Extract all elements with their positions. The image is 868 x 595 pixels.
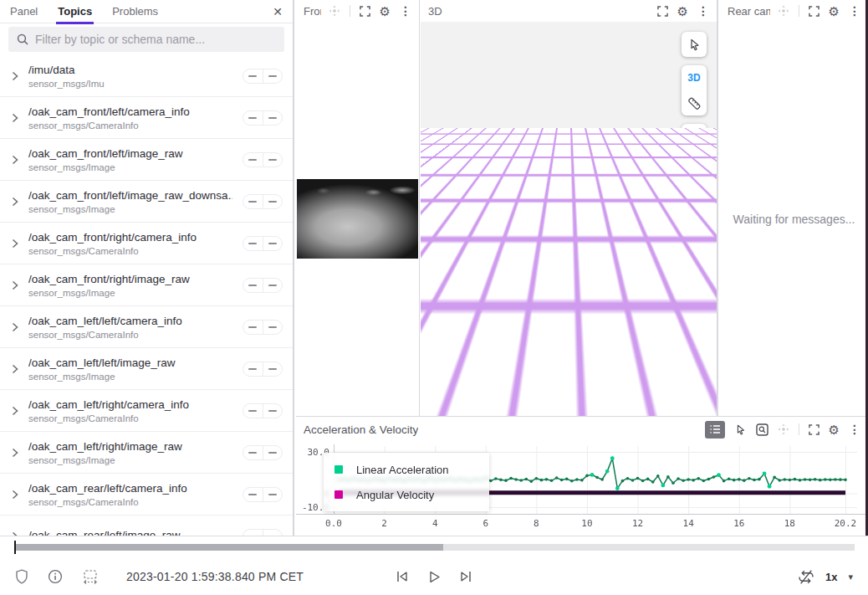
topic-toggle-button[interactable]	[243, 111, 263, 125]
topic-row[interactable]: /oak_cam_left/right/image_rawsensor_msgs…	[0, 432, 293, 474]
measure-tool-button[interactable]	[682, 90, 707, 115]
seek-forward-button[interactable]	[459, 570, 474, 583]
topic-row[interactable]: /imu/datasensor_msgs/Imu	[0, 55, 293, 97]
x-tick-label: 6	[469, 518, 503, 529]
fullscreen-icon[interactable]	[809, 6, 819, 17]
topic-toggle-button[interactable]	[263, 279, 283, 292]
topic-toggle-button[interactable]	[263, 488, 283, 501]
topic-toggle-button[interactable]	[263, 111, 283, 125]
topic-row[interactable]: /oak_cam_front/right/camera_infosensor_m…	[0, 223, 293, 264]
more-menu-icon[interactable]: ⋮	[697, 5, 709, 17]
app-window: Panel Topics Problems ✕ /imu/datasensor_…	[0, 0, 868, 595]
playback-range-icon[interactable]	[82, 570, 99, 584]
legend-toggle-button[interactable]	[705, 421, 725, 439]
topic-toggle-button[interactable]	[243, 195, 263, 208]
shield-icon[interactable]	[15, 569, 28, 584]
more-menu-icon[interactable]: ⋮	[849, 5, 860, 17]
seek-backward-button[interactable]	[395, 570, 410, 583]
loop-off-icon[interactable]	[798, 569, 814, 585]
topic-toggle-button[interactable]	[263, 530, 283, 536]
topic-filter-input[interactable]	[35, 33, 276, 46]
topic-toggle-button[interactable]	[263, 153, 283, 167]
topic-toggle-button[interactable]	[243, 362, 263, 376]
playback-timestamp[interactable]: 2023-01-20 1:59:38.840 PM CET	[126, 570, 304, 583]
topic-toggle-button[interactable]	[263, 237, 283, 250]
topic-toggle-button[interactable]	[243, 237, 263, 250]
topic-visibility-toggles	[243, 152, 283, 167]
settings-gear-icon[interactable]: ⚙	[829, 5, 840, 18]
topic-name: /imu/data	[28, 64, 232, 76]
more-menu-icon[interactable]: ⋮	[400, 5, 411, 17]
topic-row[interactable]: /oak_cam_front/left/image_rawsensor_msgs…	[0, 139, 293, 181]
info-icon[interactable]	[48, 569, 63, 584]
settings-gear-icon[interactable]: ⚙	[677, 5, 688, 18]
panel-title: Acceleration & Velocity	[304, 423, 418, 436]
tab-panel[interactable]: Panel	[10, 5, 38, 18]
chevron-right-icon[interactable]	[12, 322, 18, 332]
topic-toggle-button[interactable]	[243, 530, 263, 536]
playback-speed-button[interactable]: 1x	[825, 571, 837, 583]
chevron-right-icon[interactable]	[12, 197, 18, 207]
camera-orbit-button[interactable]	[682, 124, 707, 149]
front-camera-header[interactable]: Fron... ⚙ ⋮	[296, 0, 419, 22]
topic-row[interactable]: /oak_cam_front/left/image_raw_downsa...s…	[0, 181, 293, 223]
playhead-marker[interactable]	[14, 541, 16, 554]
topic-toggle-button[interactable]	[243, 446, 263, 459]
settings-gear-icon[interactable]: ⚙	[829, 423, 840, 436]
chevron-right-icon[interactable]	[12, 155, 18, 165]
legend-item[interactable]: Angular Velocity	[334, 485, 489, 504]
topic-toggle-button[interactable]	[243, 69, 263, 83]
topic-toggle-button[interactable]	[243, 321, 263, 334]
reset-zoom-icon[interactable]	[756, 423, 768, 436]
topic-toggle-button[interactable]	[243, 279, 263, 292]
x-tick-label: 10	[570, 518, 604, 529]
three-d-header[interactable]: 3D ⚙ ⋮	[421, 0, 717, 22]
tab-topics[interactable]: Topics	[58, 5, 92, 18]
three-d-viewport[interactable]: HILTI 3D	[421, 22, 717, 416]
chevron-right-icon[interactable]	[12, 364, 18, 374]
topic-row[interactable]: /oak_cam_front/right/image_rawsensor_msg…	[0, 264, 293, 306]
fullscreen-icon[interactable]	[809, 424, 819, 435]
chevron-right-icon[interactable]	[12, 406, 18, 416]
topic-toggle-button[interactable]	[263, 404, 283, 418]
plot-header[interactable]: Acceleration & Velocity ⚙ ⋮	[296, 417, 868, 442]
play-button[interactable]	[427, 570, 442, 584]
topic-toggle-button[interactable]	[263, 362, 283, 376]
tab-problems[interactable]: Problems	[112, 5, 158, 18]
chevron-right-icon[interactable]	[12, 448, 18, 458]
close-icon[interactable]: ✕	[273, 5, 283, 18]
more-menu-icon[interactable]: ⋮	[849, 423, 860, 435]
select-tool-button[interactable]	[682, 32, 707, 57]
rear-camera-header[interactable]: Rear cam... ⚙ ⋮	[720, 0, 868, 22]
topic-toggle-button[interactable]	[243, 404, 263, 418]
topic-row[interactable]: /oak_cam_left/left/image_rawsensor_msgs/…	[0, 348, 293, 390]
mode-3d-button[interactable]: 3D	[682, 65, 707, 90]
chevron-right-icon[interactable]	[12, 71, 18, 81]
topic-toggle-button[interactable]	[263, 446, 283, 459]
topic-toggle-button[interactable]	[263, 321, 283, 334]
legend-item[interactable]: Linear Acceleration	[334, 460, 489, 479]
topic-row[interactable]: /oak_cam_left/right/camera_infosensor_ms…	[0, 390, 293, 432]
topic-toggle-button[interactable]	[243, 488, 263, 501]
robot-model: HILTI	[453, 240, 537, 357]
plot-legend[interactable]: Linear Acceleration Angular Velocity	[324, 453, 489, 511]
topic-row[interactable]: /oak_cam_front/left/camera_infosensor_ms…	[0, 97, 293, 139]
topic-toggle-button[interactable]	[263, 69, 283, 83]
pointer-tool-icon[interactable]	[734, 423, 747, 436]
topic-toggle-button[interactable]	[263, 195, 283, 208]
chevron-right-icon[interactable]	[12, 490, 18, 500]
chevron-right-icon[interactable]	[12, 239, 18, 249]
fullscreen-icon[interactable]	[657, 6, 668, 17]
chevron-right-icon[interactable]	[12, 280, 18, 290]
timeline-scrubber[interactable]	[15, 544, 855, 551]
topic-row[interactable]: /oak_cam_left/left/camera_infosensor_msg…	[0, 306, 293, 348]
topic-visibility-toggles	[243, 278, 283, 293]
topic-row[interactable]: /oak_cam_rear/left/camera_infosensor_msg…	[0, 474, 293, 515]
topic-toggle-button[interactable]	[243, 153, 263, 167]
caret-down-icon[interactable]: ▾	[848, 572, 853, 582]
topic-name: /oak_cam_front/right/camera_info	[28, 231, 232, 244]
settings-gear-icon[interactable]: ⚙	[380, 5, 391, 18]
topic-row[interactable]: /oak_cam_rear/left/image_raw	[0, 515, 293, 536]
fullscreen-icon[interactable]	[360, 6, 370, 17]
chevron-right-icon[interactable]	[12, 113, 18, 123]
